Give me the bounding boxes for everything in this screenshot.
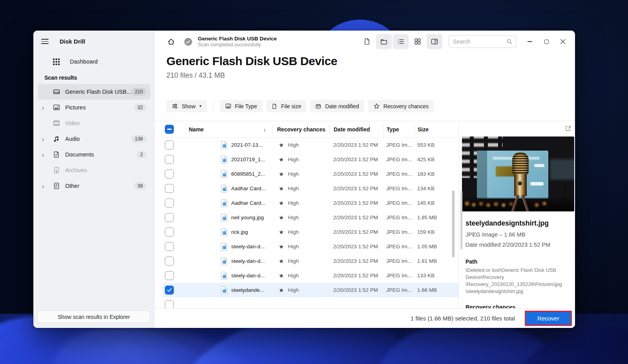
row-checkbox[interactable] — [165, 184, 174, 193]
file-type-value: JPEG Im... — [383, 142, 414, 148]
folder-view-button[interactable] — [376, 34, 392, 49]
close-icon — [560, 39, 566, 44]
sidebar-item-other[interactable]: ›Other38 — [38, 178, 150, 194]
preview-image[interactable] — [462, 136, 574, 211]
row-checkbox[interactable] — [165, 198, 174, 207]
home-icon[interactable] — [167, 37, 175, 46]
table-row[interactable]: neil young.jpg★High2/20/2023 1:52 PMJPEG… — [163, 210, 458, 225]
row-checkbox[interactable] — [165, 300, 174, 308]
table-row[interactable]: 2021-07-13...★High2/20/2023 1:52 PMJPEG … — [163, 138, 458, 152]
sidebar-item-pictures[interactable]: ›Pictures32 — [38, 100, 150, 115]
main-panel: Generic Flash Disk USB Device Scan compl… — [155, 31, 575, 328]
list-view-button[interactable] — [393, 34, 409, 49]
file-size-value: 134 KB — [414, 186, 451, 191]
table-row[interactable] — [163, 297, 458, 308]
file-type-value: JPEG Im... — [383, 229, 414, 235]
search-input[interactable] — [453, 38, 506, 45]
selection-status: 1 files (1.66 MB) selected, 210 files to… — [411, 315, 515, 322]
table-row[interactable]: steely-dan-d...★High2/20/2023 1:52 PMJPE… — [163, 254, 458, 268]
page-icon — [271, 103, 277, 109]
date-modified-value: 2/20/2023 1:52 PM — [330, 215, 383, 220]
column-header-name[interactable]: Name ↓ — [177, 124, 272, 135]
column-header-size[interactable]: Size — [414, 124, 451, 135]
chevron-right-icon[interactable]: › — [42, 151, 53, 158]
chevron-right-icon[interactable]: › — [42, 104, 53, 111]
jpeg-file-icon — [221, 170, 227, 178]
column-header-recovery[interactable]: Recovery chances — [272, 124, 330, 135]
sidebar-item-dashboard[interactable]: Dashboard — [52, 56, 155, 67]
search-box[interactable] — [449, 35, 516, 48]
column-header-type[interactable]: Type — [383, 124, 414, 135]
row-checkbox[interactable] — [165, 169, 174, 178]
file-type-value: JPEG Im... — [383, 273, 414, 278]
file-name: neil young.jpg — [231, 215, 264, 220]
recovery-chance-value: High — [288, 287, 299, 293]
row-checkbox[interactable] — [165, 155, 174, 164]
archive-icon — [53, 166, 60, 174]
file-type-filter-button[interactable]: File Type — [220, 100, 263, 112]
date-modified-filter-button[interactable]: Date modified — [310, 100, 364, 112]
open-external-icon[interactable] — [564, 125, 572, 132]
row-checkbox[interactable] — [165, 286, 174, 295]
date-modified-value: 2/20/2023 1:52 PM — [330, 200, 383, 206]
sidebar-item-audio[interactable]: ›Audio138 — [38, 131, 150, 147]
file-size-value: 425 KB — [414, 157, 451, 162]
file-name: steely-dan-d... — [231, 273, 265, 278]
sidebar-item-documents[interactable]: ›Documents2 — [38, 147, 150, 162]
grid-view-button[interactable] — [410, 34, 425, 49]
preview-file-info: JPEG Image – 1.66 MB — [466, 231, 525, 238]
table-row[interactable]: steely-dan-d...★High2/20/2023 1:52 PMJPE… — [163, 239, 458, 254]
close-button[interactable] — [555, 34, 571, 49]
date-modified-value: 2/20/2023 1:52 PM — [330, 142, 383, 148]
star-filled-icon: ★ — [279, 229, 284, 236]
file-name: Aadhar Card... — [231, 186, 266, 191]
row-checkbox[interactable] — [165, 140, 174, 149]
select-all-checkbox[interactable] — [165, 125, 174, 134]
music-icon — [53, 135, 60, 143]
details-panel-button[interactable] — [427, 34, 442, 49]
table-row[interactable]: steely-dan-d...★High2/20/2023 1:52 PMJPE… — [163, 268, 458, 283]
table-header: Name ↓ Recovery chances Date modified Ty… — [163, 121, 458, 138]
row-checkbox[interactable] — [165, 213, 174, 222]
chevron-right-icon[interactable]: › — [42, 136, 53, 142]
jpeg-file-icon — [221, 156, 227, 164]
show-in-explorer-button[interactable]: Show scan results in Explorer — [37, 311, 150, 323]
chevron-right-icon[interactable]: › — [42, 183, 53, 189]
count-badge: 32 — [134, 104, 146, 111]
row-checkbox[interactable] — [165, 228, 174, 237]
table-row[interactable]: steelydande...★High2/20/2023 1:52 PMJPEG… — [163, 283, 458, 297]
sidebar: Disk Drill Dashboard Scan results Generi… — [33, 31, 155, 328]
maximize-icon — [544, 40, 549, 44]
table-scrollbar-thumb[interactable] — [452, 191, 455, 257]
file-size-filter-button[interactable]: File size — [266, 100, 306, 112]
file-size-value: 159 KB — [414, 229, 451, 235]
maximize-button[interactable] — [538, 34, 555, 49]
recovery-chances-filter-button[interactable]: Recovery chances — [368, 100, 434, 112]
preview-scrollbar-thumb[interactable] — [460, 191, 462, 249]
sidebar-item-label: Audio — [65, 136, 131, 142]
count-badge: 138 — [131, 135, 146, 143]
row-checkbox[interactable] — [165, 242, 174, 251]
recovery-chance-value: High — [288, 229, 299, 235]
recover-button[interactable]: Recover — [525, 311, 572, 326]
recovery-chance-value: High — [288, 273, 299, 278]
file-type-value: JPEG Im... — [383, 258, 414, 264]
column-header-date[interactable]: Date modified — [330, 124, 383, 135]
file-view-button[interactable] — [359, 34, 375, 49]
sidebar-item-label: Pictures — [65, 104, 134, 111]
file-size-value: 183 KB — [414, 171, 451, 177]
row-checkbox[interactable] — [165, 271, 174, 280]
sidebar-item-generic-flash-disk[interactable]: Generic Flash Disk USB...210 — [38, 84, 150, 100]
show-filter-button[interactable]: Show ▾ — [166, 100, 207, 112]
topbar: Generic Flash Disk USB Device Scan compl… — [155, 31, 575, 53]
hamburger-menu-icon[interactable] — [41, 39, 49, 44]
table-row[interactable]: Aadhar Card...★High2/20/2023 1:52 PMJPEG… — [163, 181, 458, 196]
table-row[interactable]: Aadhar Card...★High2/20/2023 1:52 PMJPEG… — [163, 196, 458, 210]
table-row[interactable]: 60895851_2...★High2/20/2023 1:52 PMJPEG … — [163, 167, 458, 181]
path-line: \steelydandesigntshirt.jpg — [466, 288, 571, 295]
table-row[interactable]: rick.jpg★High2/20/2023 1:52 PMJPEG Im...… — [163, 225, 458, 239]
minimize-button[interactable] — [522, 34, 538, 49]
row-checkbox[interactable] — [165, 257, 174, 266]
recovery-chance-value: High — [288, 157, 299, 162]
table-row[interactable]: 20210719_1...★High2/20/2023 1:52 PMJPEG … — [163, 152, 458, 167]
